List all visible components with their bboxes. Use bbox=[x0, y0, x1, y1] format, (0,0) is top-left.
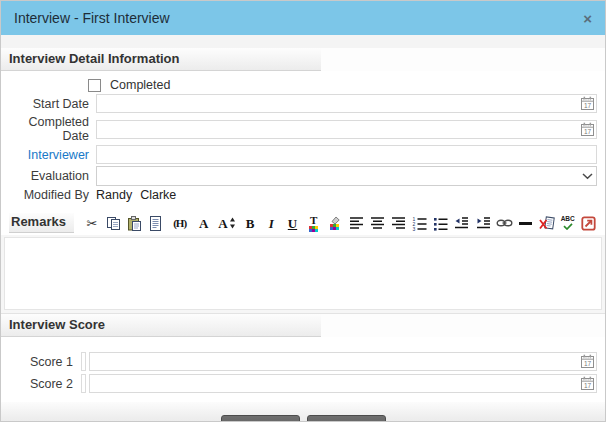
expand-icon[interactable] bbox=[579, 214, 599, 232]
completed-date-label: Completed Date bbox=[1, 115, 96, 143]
font-size-icon[interactable]: A bbox=[215, 214, 239, 232]
score1-row: Score 1 17 bbox=[1, 352, 605, 371]
score2-field: 17 bbox=[89, 374, 597, 393]
titlebar-gap bbox=[1, 35, 605, 48]
calendar-icon[interactable]: 17 bbox=[579, 376, 596, 391]
outdent-icon[interactable] bbox=[452, 214, 472, 232]
remove-format-icon[interactable] bbox=[537, 214, 557, 232]
close-icon[interactable]: × bbox=[583, 11, 592, 26]
score1-field: 17 bbox=[89, 352, 597, 371]
section-header-remarks: Remarks bbox=[9, 213, 74, 233]
evaluation-label: Evaluation bbox=[1, 169, 96, 183]
score2-input[interactable] bbox=[90, 377, 579, 391]
completed-date-field: 17 bbox=[96, 120, 597, 139]
completed-row: Completed bbox=[1, 78, 605, 92]
font-icon[interactable]: A bbox=[194, 214, 214, 232]
dialog-title: Interview - First Interview bbox=[14, 10, 170, 26]
score1-label: Score 1 bbox=[1, 355, 81, 369]
align-center-icon[interactable] bbox=[367, 214, 387, 232]
score2-label: Score 2 bbox=[1, 377, 81, 391]
completed-date-input[interactable] bbox=[97, 122, 579, 136]
svg-text:17: 17 bbox=[584, 360, 592, 367]
svg-text:17: 17 bbox=[584, 127, 592, 134]
svg-text:3: 3 bbox=[413, 225, 416, 230]
interviewer-field bbox=[96, 145, 597, 164]
cut-icon[interactable]: ✂ bbox=[82, 214, 102, 232]
modified-by-label: Modified By bbox=[1, 188, 96, 202]
interviewer-input[interactable] bbox=[97, 148, 596, 162]
copy-icon[interactable] bbox=[103, 214, 123, 232]
start-date-label: Start Date bbox=[1, 97, 96, 111]
completed-checkbox[interactable] bbox=[88, 79, 101, 92]
modified-by-value: RandyClarke bbox=[96, 188, 597, 202]
unordered-list-icon[interactable] bbox=[431, 214, 451, 232]
detail-form: Completed Start Date 17 bbox=[1, 71, 605, 208]
score1-input[interactable] bbox=[90, 355, 579, 369]
bold-icon[interactable]: B bbox=[240, 214, 260, 232]
modified-by-row: Modified By RandyClarke bbox=[1, 188, 605, 202]
score-form: Score 1 17 bbox=[1, 337, 605, 402]
remarks-editor-zone bbox=[1, 235, 605, 313]
text-color-icon[interactable]: T bbox=[304, 214, 324, 232]
calendar-icon[interactable]: 17 bbox=[579, 96, 596, 111]
chevron-down-icon bbox=[578, 173, 596, 180]
modified-by-first-name: Randy bbox=[96, 188, 132, 202]
calendar-icon[interactable]: 17 bbox=[579, 354, 596, 369]
dialog-footer: OK Cancel bbox=[1, 402, 605, 422]
evaluation-row: Evaluation bbox=[1, 166, 605, 186]
spell-check-icon[interactable]: ABC bbox=[558, 214, 578, 232]
paste-icon[interactable] bbox=[124, 214, 144, 232]
completed-label: Completed bbox=[110, 78, 170, 92]
richtext-toolbar: ✂ bbox=[82, 214, 599, 232]
interviewer-row: Interviewer bbox=[1, 145, 605, 164]
dialog-titlebar: Interview - First Interview × bbox=[1, 1, 605, 35]
remarks-section: Remarks ✂ bbox=[1, 208, 605, 235]
svg-text:17: 17 bbox=[584, 102, 592, 109]
remarks-editor[interactable] bbox=[4, 237, 602, 310]
start-date-input[interactable] bbox=[97, 97, 579, 111]
align-left-icon[interactable] bbox=[346, 214, 366, 232]
document-icon[interactable] bbox=[145, 214, 165, 232]
modified-by-last-name: Clarke bbox=[140, 188, 176, 202]
start-date-field: 17 bbox=[96, 94, 597, 113]
section-header-detail: Interview Detail Information bbox=[1, 48, 321, 71]
section-header-score: Interview Score bbox=[1, 314, 321, 337]
indent-icon[interactable] bbox=[473, 214, 493, 232]
link-icon[interactable] bbox=[494, 214, 514, 232]
svg-text:17: 17 bbox=[584, 382, 592, 389]
completed-date-row: Completed Date 17 bbox=[1, 115, 605, 143]
italic-icon[interactable]: I bbox=[261, 214, 281, 232]
start-date-row: Start Date 17 bbox=[1, 94, 605, 113]
interviewer-label[interactable]: Interviewer bbox=[1, 148, 96, 162]
calendar-icon[interactable]: 17 bbox=[579, 122, 596, 137]
score-prefix-box bbox=[81, 352, 86, 371]
underline-icon[interactable]: U bbox=[282, 214, 302, 232]
heading-icon[interactable]: (H) bbox=[167, 214, 193, 232]
evaluation-select[interactable] bbox=[96, 166, 597, 186]
cancel-button[interactable]: Cancel bbox=[307, 415, 386, 422]
ordered-list-icon[interactable]: 1 2 3 bbox=[410, 214, 430, 232]
score2-row: Score 2 17 bbox=[1, 374, 605, 393]
ok-button[interactable]: OK bbox=[221, 415, 300, 422]
score-prefix-box bbox=[81, 374, 86, 393]
fill-color-icon[interactable] bbox=[325, 214, 345, 232]
align-right-icon[interactable] bbox=[388, 214, 408, 232]
horizontal-rule-icon[interactable] bbox=[515, 214, 535, 232]
interview-dialog: Interview - First Interview × Interview … bbox=[0, 0, 606, 422]
